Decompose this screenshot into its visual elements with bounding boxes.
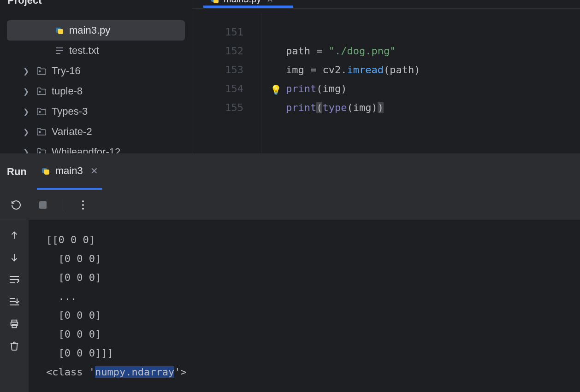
- run-header: Run main3 ✕: [0, 154, 580, 190]
- chevron-right-icon: ❯: [23, 148, 31, 154]
- line-number: 154: [192, 79, 243, 98]
- editor-tab-label: main3.py: [224, 0, 261, 5]
- more-actions-button[interactable]: [76, 198, 90, 212]
- svg-point-9: [82, 200, 84, 202]
- python-icon: [210, 0, 220, 5]
- run-side-toolbar: [0, 220, 29, 392]
- line-number-gutter: 151152153154155: [192, 13, 261, 153]
- run-tab-label: main3: [55, 165, 83, 177]
- run-label: Run: [7, 166, 27, 178]
- stop-button[interactable]: [36, 198, 50, 212]
- folder-label: Try-16: [52, 65, 81, 77]
- file-label: test.txt: [69, 45, 99, 57]
- text-file-icon: [54, 46, 65, 56]
- folder-icon: [36, 146, 47, 153]
- close-icon[interactable]: ✕: [90, 165, 98, 176]
- rerun-button[interactable]: [9, 198, 23, 212]
- svg-rect-8: [39, 201, 47, 209]
- scroll-to-end-button[interactable]: [7, 295, 21, 309]
- file-test-txt[interactable]: test.txt: [0, 41, 192, 61]
- folder-whileandfor-12[interactable]: ❯Whileandfor-12: [0, 142, 192, 153]
- code-line[interactable]: img = cv2.imread(path): [261, 60, 580, 79]
- line-number: 152: [192, 41, 243, 60]
- folder-icon: [36, 65, 47, 76]
- code-editor[interactable]: 151152153154155 path = "./dog.png" img =…: [192, 13, 580, 153]
- run-tab-main3[interactable]: main3 ✕: [37, 154, 102, 190]
- line-number: 153: [192, 60, 243, 79]
- svg-point-7: [39, 152, 41, 153]
- svg-point-10: [82, 204, 84, 206]
- python-icon: [54, 25, 65, 35]
- project-header: Project: [0, 0, 192, 9]
- folder-label: Whileandfor-12: [52, 146, 120, 153]
- scroll-up-button[interactable]: [7, 228, 21, 242]
- folder-icon: [36, 106, 47, 117]
- run-tool-window: Run main3 ✕: [0, 153, 580, 392]
- console-line: [0 0 0]: [46, 325, 580, 344]
- console-line: <class 'numpy.ndarray'>: [46, 363, 580, 381]
- folder-label: Types-3: [52, 105, 88, 117]
- chevron-right-icon: ❯: [23, 128, 31, 136]
- editor-area: main3.py ✕ 151152153154155 path = "./dog…: [192, 0, 580, 153]
- code-line[interactable]: 💡 print(img): [261, 79, 580, 98]
- svg-point-11: [82, 208, 84, 210]
- toolbar-divider: [63, 199, 63, 211]
- console-line: [0 0 0]: [46, 268, 580, 287]
- chevron-right-icon: ❯: [23, 87, 31, 96]
- console-line: [0 0 0]]]: [46, 344, 580, 363]
- intention-bulb-icon[interactable]: 💡: [270, 81, 282, 99]
- console-line: ...: [46, 287, 580, 306]
- soft-wrap-button[interactable]: [7, 273, 21, 287]
- chevron-right-icon: ❯: [23, 107, 31, 116]
- code-line[interactable]: path = "./dog.png": [261, 41, 580, 60]
- folder-try-16[interactable]: ❯Try-16: [0, 61, 192, 81]
- scroll-down-button[interactable]: [7, 251, 21, 264]
- console-output[interactable]: [[0 0 0] [0 0 0] [0 0 0] ... [0 0 0] [0 …: [29, 220, 580, 392]
- file-label: main3.py: [69, 24, 110, 36]
- editor-tab-main3[interactable]: main3.py ✕: [203, 0, 280, 7]
- folder-label: tuple-8: [52, 85, 83, 97]
- line-number: 151: [192, 23, 243, 41]
- clear-all-button[interactable]: [7, 339, 21, 353]
- project-panel: Project main3.pytest.txt❯Try-16❯tuple-8❯…: [0, 0, 192, 153]
- code-line[interactable]: print(type(img)): [261, 98, 580, 117]
- console-line: [[0 0 0]: [46, 230, 580, 249]
- selected-text: numpy.ndarray: [95, 366, 174, 378]
- print-button[interactable]: [7, 317, 21, 331]
- folder-icon: [36, 86, 47, 97]
- folder-label: Variate-2: [52, 126, 92, 138]
- folder-tuple-8[interactable]: ❯tuple-8: [0, 81, 192, 101]
- console-line: [0 0 0]: [46, 249, 580, 268]
- svg-point-5: [39, 111, 41, 113]
- folder-types-3[interactable]: ❯Types-3: [0, 101, 192, 122]
- code-content[interactable]: path = "./dog.png" img = cv2.imread(path…: [261, 13, 580, 153]
- close-icon[interactable]: ✕: [266, 0, 273, 5]
- line-number: 155: [192, 98, 243, 117]
- file-main3-py[interactable]: main3.py: [7, 20, 185, 41]
- file-tree: main3.pytest.txt❯Try-16❯tuple-8❯Types-3❯…: [0, 15, 192, 153]
- editor-tab-bar: main3.py ✕: [192, 0, 580, 9]
- svg-point-4: [39, 91, 41, 93]
- folder-icon: [36, 126, 47, 137]
- svg-point-6: [39, 132, 41, 133]
- python-icon: [41, 166, 51, 176]
- chevron-right-icon: ❯: [23, 67, 31, 76]
- console-line: [0 0 0]: [46, 306, 580, 325]
- svg-point-3: [39, 71, 41, 72]
- run-toolbar: [0, 190, 580, 220]
- code-line[interactable]: [261, 23, 580, 41]
- folder-variate-2[interactable]: ❯Variate-2: [0, 122, 192, 142]
